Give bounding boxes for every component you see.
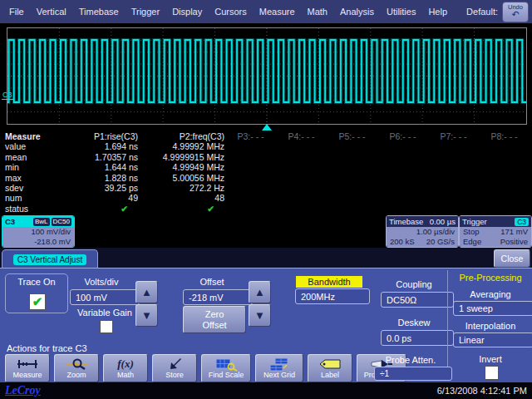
timebase-title: Timebase [389,217,423,226]
timebase-descriptor[interactable]: Timebase 0.00 µs 1.00 µs/div 200 kS 20 G… [386,215,459,248]
invert-checkbox[interactable] [485,366,499,380]
measure-cell: 48 [140,193,226,203]
menu-item-cursors[interactable]: Cursors [212,5,249,18]
undo-icon: ↶ [511,10,519,19]
down-arrow-icon: ▼ [141,310,152,321]
measure-col-header-p3[interactable]: P3:- - - [226,131,277,141]
waveform-svg [7,28,526,124]
menu-item-measure[interactable]: Measure [257,5,298,18]
measure-cell: 4.9999915 MHz [140,152,226,162]
offset-up-button[interactable]: ▲ [249,281,271,303]
measure-col-header-p7[interactable]: P7:- - - [429,131,480,141]
trigger-position-marker[interactable] [262,124,272,131]
offset-down-button[interactable]: ▼ [249,304,271,327]
menu-bar: FileVerticalTimebaseTriggerDisplayCursor… [0,0,532,23]
averaging-field[interactable]: 1 sweep [453,301,532,316]
menu-item-trigger[interactable]: Trigger [129,5,162,18]
measure-cell [429,141,480,151]
measure-cell [277,183,328,193]
measure-cell [429,193,480,203]
undo-button[interactable]: Undo ↶ [502,2,529,22]
measure-cell [226,152,277,162]
measure-cell [277,193,328,203]
measure-status-cell [277,204,328,214]
coupling-field[interactable]: DC50Ω [381,292,454,308]
measure-button[interactable]: Measure [5,354,50,382]
measure-cell [226,183,277,193]
measure-cell [378,162,429,172]
store-button[interactable]: Store [152,354,197,382]
measure-row-label-mean: mean [5,152,58,162]
menu-item-vertical[interactable]: Vertical [34,5,69,18]
up-arrow-icon: ▲ [254,287,265,298]
tab-c3-vertical-adjust[interactable]: C3 Vertical Adjust [2,249,98,268]
trace-on-checkbox[interactable]: ✔ [29,293,46,310]
offset-field[interactable]: -218 mV [183,289,253,305]
math-button-label: Math [117,371,134,379]
probe-atten-field[interactable]: ÷1 [374,367,452,381]
menu-items: FileVerticalTimebaseTriggerDisplayCursor… [0,5,450,18]
find-scale-button[interactable]: Find Scale [201,354,251,382]
label-button-label: Label [321,371,339,379]
menu-item-analysis[interactable]: Analysis [337,5,377,18]
measure-cell: 272.2 Hz [140,183,226,193]
menu-item-help[interactable]: Help [426,5,450,18]
channel-ground-marker[interactable]: C3 [2,91,13,100]
measure-status-cell: ✔ [58,204,140,214]
close-button[interactable]: Close [494,249,530,268]
menu-item-math[interactable]: Math [305,5,330,18]
lecroy-logo: LeCroy [5,384,41,397]
interpolation-field[interactable]: Linear [453,332,532,347]
trace-on-label: Trace On [6,277,67,287]
variable-gain-checkbox[interactable] [100,320,113,333]
measure-cell [226,162,277,172]
menu-item-utilities[interactable]: Utilities [384,5,418,18]
math-button[interactable]: f(x) Math [103,354,148,382]
measure-cell [378,173,429,183]
coupling-label: Coupling [378,279,450,289]
bandwidth-field[interactable]: 200MHz [295,288,370,304]
channel-volts-per-div: 100 mV/div [31,227,71,237]
measure-row-label-sdev: sdev [5,183,58,193]
invert-label: Invert [454,354,527,364]
measure-col-header-p5[interactable]: P5:- - - [328,131,378,141]
measure-col-header-p6[interactable]: P6:- - - [378,131,429,141]
channel-c3-descriptor[interactable]: C3 BwL DC50 100 mV/div -218.0 mV [2,215,75,248]
time-per-div: 1.00 µs/div [416,227,455,237]
measure-cell: 1.70357 ns [58,152,140,162]
zoom-button[interactable]: Zoom [54,354,99,382]
measure-cell [226,193,277,203]
measure-col-header-p4[interactable]: P4:- - - [277,131,328,141]
menu-item-display[interactable]: Display [170,5,204,18]
volts-div-field[interactable]: 100 mV [70,289,140,305]
measure-row-label-min: min [5,162,58,172]
measure-panel: MeasureP1:rise(C3)P2:freq(C3)P3:- - -P4:… [0,131,532,214]
zero-offset-button[interactable]: Zero Offset [183,306,246,333]
find-scale-icon [214,357,239,371]
volts-div-up-button[interactable]: ▲ [135,281,158,303]
measure-cell: 1.828 ns [58,173,140,183]
store-icon [162,357,187,371]
measure-status-cell [226,204,277,214]
menu-item-file[interactable]: File [7,5,27,18]
measure-col-header-p1[interactable]: P1:rise(C3) [58,131,140,141]
volts-div-down-button[interactable]: ▼ [135,304,158,327]
measure-cell [226,141,277,151]
measure-cell: 1.644 ns [58,162,140,172]
menu-item-timebase[interactable]: Timebase [76,5,121,18]
trigger-level: 171 mV [500,227,528,237]
trigger-descriptor[interactable]: Trigger C3 Stop 171 mV Edge Positive [459,215,532,248]
measure-col-header-p2[interactable]: P2:freq(C3) [140,131,226,141]
datetime: 6/13/2008 4:12:41 PM [437,386,527,396]
default-label: Default: [466,7,498,17]
measure-table-title: Measure [5,131,58,141]
next-grid-button[interactable]: Next Grid [255,354,303,382]
measure-cell [480,183,530,193]
timebase-delay: 0.00 µs [430,217,456,226]
measure-col-header-p8[interactable]: P8:- - - [480,131,530,141]
menu-right: Default: Undo ↶ [466,2,532,22]
deskew-field[interactable]: 0.0 ps [381,330,454,346]
measure-cell [378,193,429,203]
measure-cell [480,162,530,172]
label-button[interactable]: Label [308,354,352,382]
